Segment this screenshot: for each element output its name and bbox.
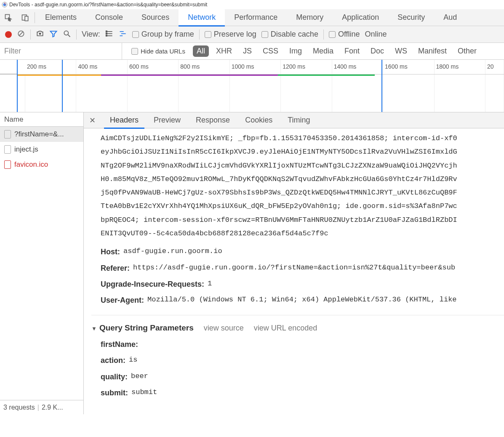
waterfall-view-icon[interactable] xyxy=(119,29,127,39)
request-row[interactable]: ?firstName=&... xyxy=(0,127,83,142)
filter-chip-css[interactable]: CSS xyxy=(259,45,282,57)
detail-tab-timing[interactable]: Timing xyxy=(280,112,317,128)
disable-cache-checkbox[interactable]: Disable cache xyxy=(261,30,318,39)
separator xyxy=(199,29,200,40)
timeline-marker xyxy=(62,60,63,112)
devtools-icon xyxy=(2,2,8,8)
file-icon xyxy=(4,160,11,169)
capture-screenshot-icon[interactable] xyxy=(36,29,44,39)
status-bar: 3 requests | 2.9 K... xyxy=(0,400,83,414)
svg-rect-15 xyxy=(106,35,107,36)
detail-tab-cookies[interactable]: Cookies xyxy=(237,112,280,128)
svg-rect-13 xyxy=(106,31,107,32)
filter-chip-other[interactable]: Other xyxy=(454,45,480,57)
clear-button[interactable] xyxy=(17,29,25,39)
tab-network[interactable]: Network xyxy=(179,9,225,26)
divider xyxy=(35,12,35,23)
disclosure-triangle-icon: ▼ xyxy=(91,325,97,332)
separator xyxy=(323,29,324,40)
separator xyxy=(76,29,77,40)
svg-rect-14 xyxy=(106,33,107,34)
preserve-log-checkbox[interactable]: Preserve log xyxy=(205,30,256,39)
timeline-marker-domcontent xyxy=(17,60,18,112)
filter-chip-js[interactable]: JS xyxy=(239,45,256,57)
filter-input[interactable]: Filter xyxy=(0,43,122,60)
svg-line-9 xyxy=(68,35,70,37)
filter-icon[interactable] xyxy=(49,29,58,39)
detail-tabstrip: ✕ Headers Preview Response Cookies Timin… xyxy=(84,112,504,128)
filter-chip-media[interactable]: Media xyxy=(309,45,337,57)
filter-chip-img[interactable]: Img xyxy=(285,45,306,57)
close-detail-button[interactable]: ✕ xyxy=(87,116,97,125)
view-url-encoded-link[interactable]: view URL encoded xyxy=(254,321,317,335)
svg-line-6 xyxy=(19,32,23,36)
filter-chip-xhr[interactable]: XHR xyxy=(212,45,236,57)
tab-audits[interactable]: Aud xyxy=(434,9,466,26)
timeline-marker-load xyxy=(381,60,382,112)
filter-chip-doc[interactable]: Doc xyxy=(367,45,388,57)
request-detail: ✕ Headers Preview Response Cookies Timin… xyxy=(84,112,504,414)
request-row[interactable]: inject.js xyxy=(0,142,83,157)
device-toggle-icon[interactable] xyxy=(17,9,34,26)
main-tabstrip: Elements Console Sources Network Perform… xyxy=(0,9,504,26)
separator xyxy=(30,29,31,40)
detail-tab-headers[interactable]: Headers xyxy=(102,112,146,128)
throttle-select[interactable]: Online xyxy=(365,30,387,39)
timeline-ticks: 200 ms 400 ms 600 ms 800 ms 1000 ms 1200… xyxy=(0,60,504,75)
qsp-section-header[interactable]: ▼Query String Parameters view source vie… xyxy=(91,315,504,336)
tab-performance[interactable]: Performance xyxy=(225,9,287,26)
file-icon xyxy=(4,145,11,154)
view-label: View: xyxy=(82,30,100,39)
filter-chip-ws[interactable]: WS xyxy=(391,45,411,57)
inspect-icon[interactable] xyxy=(0,9,17,26)
request-list: Name ?firstName=&... inject.js favicon.i… xyxy=(0,112,84,414)
view-source-link[interactable]: view source xyxy=(204,321,244,335)
group-by-frame-checkbox[interactable]: Group by frame xyxy=(132,30,194,39)
tab-sources[interactable]: Sources xyxy=(132,9,179,26)
detail-tab-preview[interactable]: Preview xyxy=(146,112,188,128)
qsp-params: firstName: action:is quality:beer submit… xyxy=(91,337,504,400)
svg-rect-4 xyxy=(25,16,28,21)
window-titlebar: DevTools - asdf-gugie.run.goorm.io/?firs… xyxy=(0,0,504,9)
detail-tab-response[interactable]: Response xyxy=(188,112,237,128)
file-icon xyxy=(4,130,11,139)
filter-row: Filter Hide data URLs All XHR JS CSS Img… xyxy=(0,43,504,60)
offline-checkbox[interactable]: Offline xyxy=(329,30,360,39)
record-button[interactable] xyxy=(5,31,12,38)
network-toolbar: View: Group by frame Preserve log Disabl… xyxy=(0,26,504,43)
timeline-bars xyxy=(0,75,504,77)
headers-panel[interactable]: AimCDTsjzUDLIieNg%2F2y2ISikmYE; _fbp=fb.… xyxy=(84,128,504,414)
cookie-text: AimCDTsjzUDLIieNg%2F2y2ISikmYE; _fbp=fb.… xyxy=(101,132,504,240)
svg-point-7 xyxy=(39,33,41,35)
window-title: DevTools - asdf-gugie.run.goorm.io/?firs… xyxy=(9,2,207,8)
tab-application[interactable]: Application xyxy=(333,9,388,26)
filter-chip-manifest[interactable]: Manifest xyxy=(414,45,451,57)
tab-memory[interactable]: Memory xyxy=(287,9,333,26)
hide-data-urls-checkbox[interactable]: Hide data URLs xyxy=(131,48,185,55)
tab-elements[interactable]: Elements xyxy=(36,9,86,26)
column-header-name[interactable]: Name xyxy=(0,112,83,127)
svg-point-8 xyxy=(64,31,68,35)
timeline-overview[interactable]: 200 ms 400 ms 600 ms 800 ms 1000 ms 1200… xyxy=(0,60,504,112)
request-row[interactable]: favicon.ico xyxy=(0,157,83,172)
search-icon[interactable] xyxy=(63,29,71,39)
tab-security[interactable]: Security xyxy=(388,9,434,26)
filter-chip-all[interactable]: All xyxy=(193,45,209,57)
filter-chip-font[interactable]: Font xyxy=(341,45,363,57)
tab-console[interactable]: Console xyxy=(86,9,132,26)
large-rows-icon[interactable] xyxy=(105,29,114,39)
